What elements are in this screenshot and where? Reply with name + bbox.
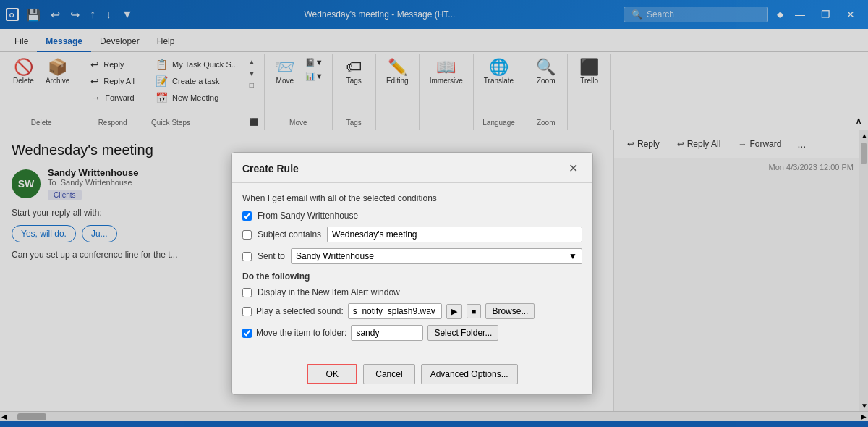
sentto-value: Sandy Writtenhouse bbox=[296, 251, 374, 261]
dialog-overlay: Create Rule ✕ When I get email with all … bbox=[0, 0, 868, 427]
display-label: Display in the New Item Alert window bbox=[258, 287, 400, 297]
sentto-dropdown-icon: ▼ bbox=[569, 251, 577, 261]
sound-row: Play a selected sound: ▶ ■ Browse... bbox=[242, 303, 582, 319]
sound-stop-button[interactable]: ■ bbox=[467, 304, 482, 318]
sentto-checkbox[interactable] bbox=[242, 252, 252, 261]
section2-label: Do the following bbox=[242, 271, 582, 282]
display-row: Display in the New Item Alert window bbox=[242, 287, 582, 297]
cancel-button[interactable]: Cancel bbox=[363, 364, 414, 384]
sound-browse-button[interactable]: Browse... bbox=[485, 303, 535, 319]
dialog-footer: OK Cancel Advanced Options... bbox=[232, 358, 592, 394]
ok-button[interactable]: OK bbox=[307, 364, 357, 384]
select-folder-button[interactable]: Select Folder... bbox=[427, 325, 498, 341]
dialog-title: Create Rule bbox=[242, 163, 299, 174]
from-row: From Sandy Writtenhouse bbox=[242, 211, 582, 221]
subject-row: Subject contains bbox=[242, 227, 582, 242]
sentto-row: Sent to Sandy Writtenhouse ▼ bbox=[242, 248, 582, 264]
move-label: Move the item to folder: bbox=[256, 328, 346, 338]
sound-checkbox[interactable] bbox=[242, 307, 252, 316]
subject-label: Subject contains bbox=[258, 229, 321, 240]
subject-input[interactable] bbox=[327, 227, 582, 242]
sentto-select[interactable]: Sandy Writtenhouse ▼ bbox=[291, 248, 582, 264]
section1-label: When I get email with all of the selecte… bbox=[242, 193, 582, 203]
create-rule-dialog: Create Rule ✕ When I get email with all … bbox=[231, 152, 593, 395]
folder-row: Move the item to folder: Select Folder..… bbox=[242, 325, 582, 341]
subject-checkbox[interactable] bbox=[242, 230, 252, 240]
from-label: From Sandy Writtenhouse bbox=[258, 211, 358, 221]
sound-filename-input[interactable] bbox=[348, 303, 442, 319]
sound-label: Play a selected sound: bbox=[256, 306, 344, 316]
dialog-body: When I get email with all of the selecte… bbox=[232, 183, 592, 358]
advanced-options-button[interactable]: Advanced Options... bbox=[421, 364, 518, 384]
move-checkbox[interactable] bbox=[242, 329, 252, 338]
dialog-close-button[interactable]: ✕ bbox=[564, 160, 582, 177]
dialog-titlebar: Create Rule ✕ bbox=[232, 153, 592, 183]
folder-input[interactable] bbox=[351, 325, 423, 341]
from-checkbox[interactable] bbox=[242, 211, 252, 221]
sentto-label: Sent to bbox=[258, 251, 285, 261]
sound-play-button[interactable]: ▶ bbox=[446, 304, 462, 319]
display-checkbox[interactable] bbox=[242, 288, 252, 297]
